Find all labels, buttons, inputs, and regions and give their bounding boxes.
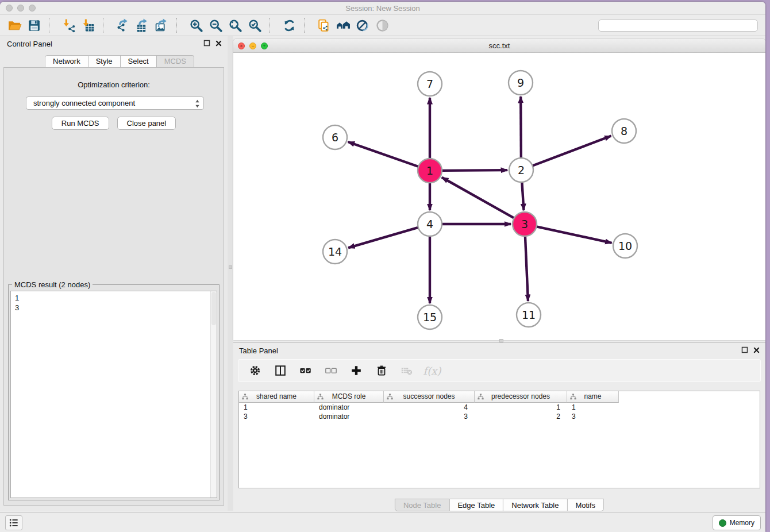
edge-3-10[interactable] (537, 226, 612, 242)
graph-node-11[interactable]: 11 (517, 303, 541, 327)
add-row-button[interactable] (348, 362, 365, 379)
tab-node-table[interactable]: Node Table (395, 499, 450, 511)
graph-node-4[interactable]: 4 (418, 212, 442, 236)
zoom-in-icon (189, 18, 203, 33)
toolbar-separator (103, 18, 110, 33)
float-table-panel-icon[interactable] (741, 346, 748, 353)
network-canvas[interactable]: 7968124314101511 (233, 53, 765, 340)
zoom-in-button[interactable] (186, 17, 206, 34)
column-header-name[interactable]: name (567, 391, 619, 403)
mcds-result-title: MCDS result (2 nodes) (12, 280, 93, 289)
zoom-fit-button[interactable] (225, 17, 245, 34)
network-window-title: scc.txt (233, 41, 765, 50)
trash-button[interactable] (373, 362, 390, 379)
save-floppy-icon (27, 18, 41, 33)
table-panel-title: Table Panel (239, 346, 278, 355)
graph-node-2[interactable]: 2 (509, 158, 533, 182)
edge-2-9[interactable] (521, 97, 521, 158)
edge-2-3[interactable] (522, 182, 523, 210)
zoom-fit-icon (228, 18, 242, 33)
svg-text:15: 15 (423, 311, 437, 323)
tab-motifs[interactable]: Motifs (567, 499, 604, 511)
close-panel-button[interactable]: Close panel (117, 117, 176, 130)
table-row[interactable]: 1dominator411 (239, 403, 760, 412)
import-network-button[interactable] (59, 17, 78, 34)
edge-1-2[interactable] (442, 170, 507, 171)
edge-3-11[interactable] (525, 236, 528, 301)
zoom-selected-button[interactable] (245, 17, 264, 34)
birds-eye-button[interactable] (372, 17, 392, 34)
table-cell: 2 (475, 412, 567, 421)
tab-network-table[interactable]: Network Table (503, 499, 567, 511)
export-network-button[interactable] (113, 17, 132, 34)
svg-text:9: 9 (517, 76, 524, 89)
open-folder-button[interactable] (5, 17, 24, 34)
table-cell: 1 (239, 403, 314, 412)
mcds-result-textarea[interactable]: 1 3 (10, 291, 217, 498)
network-window-titlebar[interactable]: × − + scc.txt (233, 39, 765, 53)
save-floppy-button[interactable] (24, 17, 44, 34)
zoom-out-button[interactable] (206, 17, 225, 34)
gear-button[interactable] (247, 362, 264, 379)
column-header-shared-name[interactable]: shared name (239, 391, 314, 403)
export-image-button[interactable] (152, 17, 171, 34)
edge-4-14[interactable] (348, 228, 418, 248)
close-panel-icon[interactable] (215, 40, 222, 47)
double-home-icon (336, 18, 351, 33)
memory-button[interactable]: Memory (713, 515, 761, 530)
run-mcds-button[interactable]: Run MCDS (52, 117, 109, 130)
edge-1-6[interactable] (348, 142, 419, 167)
graph-node-14[interactable]: 14 (323, 240, 347, 264)
tab-select[interactable]: Select (121, 55, 157, 68)
table-cell: 3 (239, 412, 314, 421)
main-toolbar (0, 15, 765, 36)
tab-style[interactable]: Style (88, 55, 121, 68)
mcds-result-group: MCDS result (2 nodes) 1 3 (8, 284, 220, 500)
unchecked-pair-button[interactable] (322, 362, 340, 379)
double-home-button[interactable] (333, 17, 353, 34)
checked-pair-button[interactable] (297, 362, 314, 379)
export-table-button[interactable] (132, 17, 152, 34)
table-cell: 3 (567, 412, 619, 421)
document-network-button[interactable] (314, 17, 333, 34)
tab-mcds[interactable]: MCDS (157, 55, 194, 68)
panel-splitter[interactable] (228, 36, 233, 511)
graph-node-6[interactable]: 6 (323, 125, 347, 149)
toolbar-separator (304, 18, 311, 33)
column-header-successor-nodes[interactable]: successor nodes (384, 391, 475, 403)
gear-icon (249, 364, 261, 377)
export-image-icon (155, 18, 169, 33)
refresh-button[interactable] (279, 17, 299, 34)
edge-3-1[interactable] (442, 178, 514, 218)
tab-network[interactable]: Network (45, 55, 88, 68)
graph-node-8[interactable]: 8 (612, 119, 636, 143)
tab-edge-table[interactable]: Edge Table (449, 499, 503, 511)
circle-slash-button[interactable] (353, 17, 372, 34)
toolbar-separator (176, 18, 184, 33)
graph-node-3[interactable]: 3 (513, 212, 537, 236)
graph-node-15[interactable]: 15 (418, 305, 442, 329)
split-columns-button[interactable] (272, 362, 289, 379)
column-header-MCDS-role[interactable]: MCDS role (314, 391, 384, 403)
graph-node-9[interactable]: 9 (509, 71, 533, 95)
search-input[interactable] (598, 20, 758, 32)
refresh-icon (282, 18, 297, 33)
float-panel-icon[interactable] (203, 40, 210, 47)
graph-node-7[interactable]: 7 (418, 72, 442, 96)
task-list-button[interactable] (5, 515, 22, 530)
criterion-select[interactable]: strongly connected component (26, 97, 204, 110)
graph-node-10[interactable]: 10 (613, 234, 637, 258)
edge-2-8[interactable] (533, 136, 611, 166)
column-header-predecessor-nodes[interactable]: predecessor nodes (475, 391, 567, 403)
circle-slash-icon (356, 18, 370, 33)
criterion-select-value: strongly connected component (33, 99, 135, 107)
export-table-icon (135, 18, 149, 33)
close-table-panel-icon[interactable] (753, 347, 760, 353)
graph-node-1[interactable]: 1 (418, 159, 442, 183)
table-row[interactable]: 3dominator323 (239, 412, 760, 421)
svg-text:3: 3 (521, 218, 528, 230)
unchecked-pair-icon (325, 364, 337, 377)
import-table-button[interactable] (78, 17, 98, 34)
table-cell: 1 (475, 403, 567, 412)
result-scrollbar[interactable] (210, 291, 217, 498)
